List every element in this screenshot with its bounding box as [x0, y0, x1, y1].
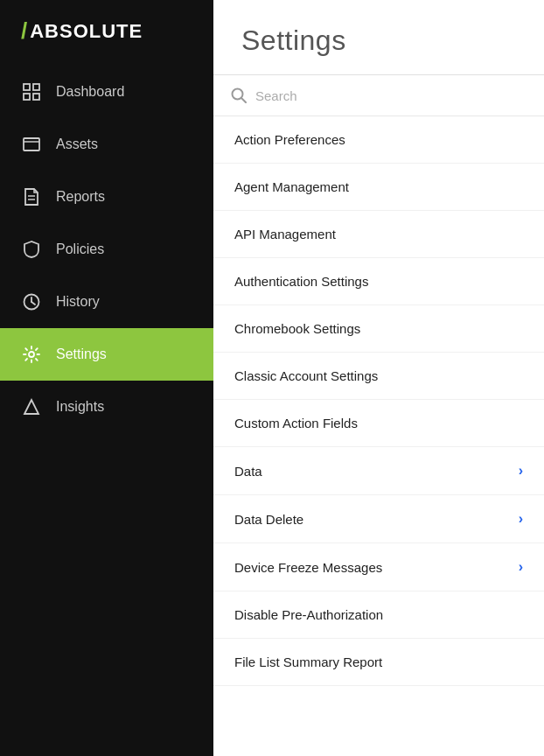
settings-list-container[interactable]: Action Preferences Agent Management API …	[213, 75, 544, 756]
sidebar-item-label: Reports	[56, 189, 105, 205]
sidebar-item-assets[interactable]: Assets	[0, 118, 213, 171]
history-icon	[21, 291, 42, 312]
settings-item-label: Device Freeze Messages	[234, 560, 382, 575]
settings-item-classic-account-settings[interactable]: Classic Account Settings	[213, 353, 544, 400]
svg-line-15	[241, 98, 246, 102]
svg-rect-3	[33, 94, 39, 100]
settings-item-label: Authentication Settings	[234, 274, 368, 289]
sidebar-item-policies[interactable]: Policies	[0, 223, 213, 276]
page-title: Settings	[241, 24, 516, 57]
assets-icon	[21, 134, 42, 155]
logo-area: / ABSOLUTE	[0, 0, 213, 66]
settings-item-label: File List Summary Report	[234, 654, 382, 669]
sidebar-item-label: History	[56, 294, 100, 310]
sidebar-item-settings[interactable]: Settings	[0, 328, 213, 381]
settings-item-label: Data	[234, 464, 262, 479]
settings-item-api-management[interactable]: API Management	[213, 211, 544, 258]
brand-name: ABSOLUTE	[30, 20, 143, 43]
settings-item-label: Disable Pre-Authorization	[234, 607, 383, 622]
sidebar-item-label: Dashboard	[56, 84, 124, 100]
policies-icon	[21, 239, 42, 260]
svg-point-11	[29, 352, 34, 357]
settings-item-label: Action Preferences	[234, 132, 345, 147]
svg-rect-0	[24, 84, 30, 90]
settings-item-label: Classic Account Settings	[234, 368, 378, 383]
main-content: Settings Action Preferences Agent Manage…	[213, 0, 544, 756]
settings-item-label: Chromebook Settings	[234, 321, 360, 336]
logo-slash: /	[21, 18, 28, 45]
page-title-area: Settings	[213, 0, 544, 75]
svg-rect-1	[33, 84, 39, 90]
settings-item-agent-management[interactable]: Agent Management	[213, 164, 544, 211]
chevron-right-icon: ›	[519, 463, 523, 479]
settings-item-label: Custom Action Fields	[234, 416, 358, 430]
sidebar-item-reports[interactable]: Reports	[0, 171, 213, 223]
settings-item-action-preferences[interactable]: Action Preferences	[213, 116, 544, 164]
settings-item-custom-action-fields[interactable]: Custom Action Fields	[213, 400, 544, 447]
chevron-right-icon: ›	[519, 559, 523, 575]
insights-icon	[21, 396, 42, 417]
settings-item-file-list-summary-report[interactable]: File List Summary Report	[213, 639, 544, 686]
settings-item-data[interactable]: Data ›	[213, 447, 544, 495]
sidebar-item-insights[interactable]: Insights	[0, 381, 213, 433]
sidebar-item-history[interactable]: History	[0, 276, 213, 328]
search-input[interactable]	[255, 88, 527, 103]
svg-rect-4	[24, 138, 39, 150]
reports-icon	[21, 186, 42, 207]
settings-item-label: Data Delete	[234, 512, 303, 527]
sidebar-item-dashboard[interactable]: Dashboard	[0, 66, 213, 118]
sidebar-item-label: Insights	[56, 399, 104, 415]
svg-rect-2	[24, 94, 30, 100]
sidebar-item-label: Assets	[56, 136, 98, 152]
settings-item-disable-pre-authorization[interactable]: Disable Pre-Authorization	[213, 592, 544, 639]
sidebar-item-label: Settings	[56, 346, 107, 362]
sidebar-item-label: Policies	[56, 242, 104, 257]
svg-marker-12	[24, 400, 38, 414]
settings-item-data-delete[interactable]: Data Delete ›	[213, 495, 544, 543]
settings-icon	[21, 344, 42, 365]
dashboard-icon	[21, 81, 42, 102]
settings-item-label: API Management	[234, 227, 336, 242]
sidebar: / ABSOLUTE Dashboard As	[0, 0, 213, 756]
search-icon	[231, 88, 247, 103]
svg-line-10	[31, 302, 35, 304]
settings-item-label: Agent Management	[234, 179, 349, 194]
settings-item-authentication-settings[interactable]: Authentication Settings	[213, 258, 544, 305]
nav-items: Dashboard Assets Reports	[0, 66, 213, 756]
settings-item-chromebook-settings[interactable]: Chromebook Settings	[213, 305, 544, 353]
search-area	[213, 75, 544, 116]
chevron-right-icon: ›	[519, 511, 523, 527]
settings-item-device-freeze-messages[interactable]: Device Freeze Messages ›	[213, 543, 544, 592]
settings-list: Action Preferences Agent Management API …	[213, 116, 544, 686]
logo: / ABSOLUTE	[21, 18, 143, 45]
